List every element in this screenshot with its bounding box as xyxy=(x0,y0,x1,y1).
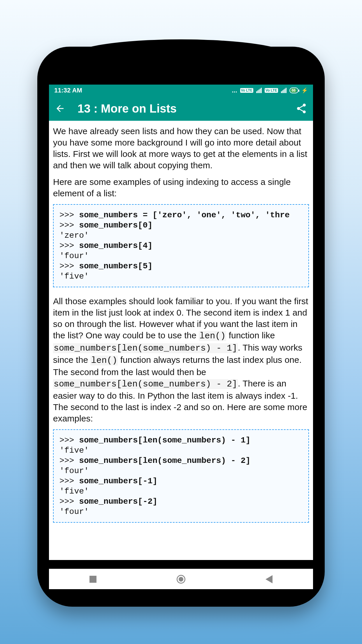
status-time: 11:32 AM xyxy=(54,87,82,94)
recents-icon xyxy=(89,576,96,583)
home-icon xyxy=(177,575,185,584)
more-icon: ... xyxy=(232,87,237,94)
paragraph-len-explanation: All those examples should look familiar … xyxy=(53,295,309,424)
status-bar: 11:32 AM ... Vo LTE Vo LTE 66 ⚡ xyxy=(49,85,313,96)
code-block-2: >>> some_numbers[len(some_numbers) - 1] … xyxy=(53,429,309,523)
phone-frame: 11:32 AM ... Vo LTE Vo LTE 66 ⚡ 13 : Mor… xyxy=(37,47,325,607)
system-nav-bar xyxy=(49,569,313,589)
volte-badge-1: Vo LTE xyxy=(240,88,254,93)
signal-icon-1 xyxy=(256,88,262,93)
back-nav-icon xyxy=(266,575,273,583)
inline-code: some_numbers[len(some_numbers) - 1] xyxy=(53,343,238,353)
inline-code: len() xyxy=(199,331,226,341)
phone-top-curve xyxy=(70,39,292,57)
article-content[interactable]: We have already seen lists and how they … xyxy=(49,121,313,560)
status-indicators: ... Vo LTE Vo LTE 66 ⚡ xyxy=(232,87,308,94)
back-button[interactable] xyxy=(54,103,66,114)
volte-badge-2: Vo LTE xyxy=(265,88,278,93)
paragraph-indexing-intro: Here are some examples of using indexing… xyxy=(53,176,309,199)
code-block-1: >>> some_numbers = ['zero', 'one', 'two'… xyxy=(53,204,309,287)
share-icon xyxy=(296,103,307,114)
share-button[interactable] xyxy=(295,102,308,115)
paragraph-intro: We have already seen lists and how they … xyxy=(53,125,309,171)
phone-screen: 11:32 AM ... Vo LTE Vo LTE 66 ⚡ 13 : Mor… xyxy=(49,85,313,560)
inline-code: len() xyxy=(90,356,118,365)
arrow-left-icon xyxy=(55,103,65,114)
home-button[interactable] xyxy=(152,575,210,584)
charging-icon: ⚡ xyxy=(301,87,308,94)
app-bar: 13 : More on Lists xyxy=(49,96,313,121)
inline-code: some_numbers[len(some_numbers) - 2] xyxy=(53,379,238,389)
battery-level: 66 xyxy=(291,88,297,92)
recents-button[interactable] xyxy=(64,576,122,583)
signal-icon-2 xyxy=(281,88,287,93)
battery-icon: 66 xyxy=(289,88,298,93)
back-nav-button[interactable] xyxy=(240,575,298,583)
page-title: 13 : More on Lists xyxy=(66,102,295,115)
